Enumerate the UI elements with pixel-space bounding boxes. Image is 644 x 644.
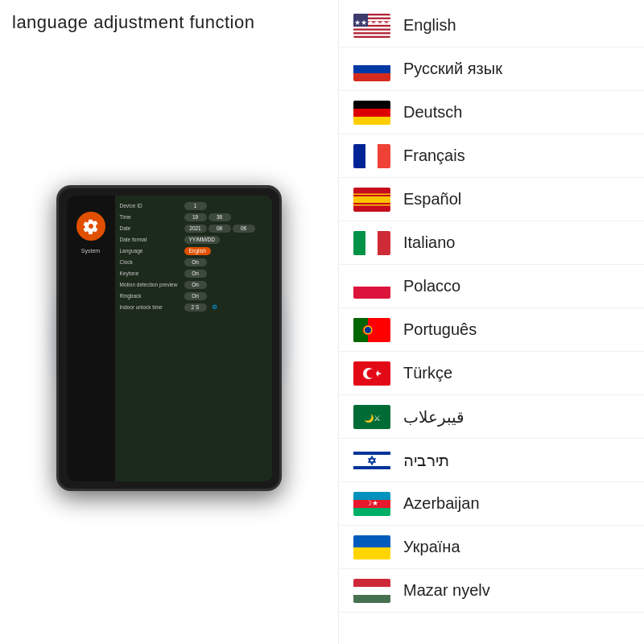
- svg-rect-47: [353, 535, 390, 547]
- language-item-azerbaijan[interactable]: ☽★ Azerbaijan: [339, 482, 644, 526]
- flag-it: [353, 231, 390, 255]
- value-motion: On: [184, 281, 207, 289]
- svg-rect-17: [353, 144, 365, 168]
- label-ringback: Ringback: [120, 293, 184, 299]
- svg-rect-11: [353, 73, 390, 81]
- language-name-english: English: [403, 16, 456, 35]
- language-list-panel: ★★★★★★★★★★★★★★★★★★★★★★★★★★★★★★★★★★★★★★★★…: [338, 0, 644, 644]
- svg-rect-20: [353, 195, 390, 196]
- tablet-row-dateformat: Date format YY/MM/DD: [120, 236, 267, 244]
- language-item-arabic[interactable]: 🌙⚔ قيبرعلاب: [339, 395, 644, 439]
- tablet-content: Device ID 1 Time 19 36 Date 2021 08 06: [115, 196, 272, 481]
- svg-rect-39: [353, 452, 390, 455]
- language-item-ukrainian[interactable]: Україна: [339, 526, 644, 569]
- svg-rect-48: [353, 547, 390, 559]
- svg-rect-51: [353, 595, 390, 603]
- svg-rect-26: [353, 287, 390, 299]
- tablet-row-motion: Motion detection preview On: [120, 281, 267, 289]
- svg-rect-6: [353, 34, 390, 35]
- language-name-mazar: Mazar nyelv: [403, 581, 490, 600]
- tablet-row-deviceid: Device ID 1: [120, 202, 267, 210]
- value-dateformat: YY/MM/DD: [184, 236, 221, 244]
- tablet-screen: System Device ID 1 Time 19 36: [67, 196, 272, 481]
- flag-sa: 🌙⚔: [353, 405, 390, 429]
- value-language: English: [184, 247, 211, 255]
- svg-rect-45: [353, 508, 390, 516]
- gear-icon: [83, 218, 99, 234]
- value-unlock: 2 S: [184, 303, 207, 312]
- label-clock: Clock: [120, 259, 184, 265]
- flag-pt: [353, 318, 390, 342]
- tablet-row-ringback: Ringback On: [120, 292, 267, 300]
- tablet-row-date: Date 2021 08 06: [120, 225, 267, 233]
- svg-rect-25: [353, 275, 390, 287]
- flag-il: [353, 448, 390, 473]
- svg-rect-4: [353, 27, 390, 28]
- value-date-y: 2021: [184, 225, 207, 233]
- value-clock: On: [184, 258, 207, 266]
- flag-fr: [353, 144, 390, 168]
- language-item-spanish[interactable]: Español: [339, 178, 644, 221]
- language-name-turkish: Türkçe: [403, 364, 452, 382]
- flag-ru: [353, 57, 390, 81]
- label-deviceid: Device ID: [120, 203, 184, 208]
- language-item-mazar[interactable]: Mazar nyelv: [339, 569, 644, 613]
- svg-rect-5: [353, 30, 390, 31]
- language-item-french[interactable]: Français: [339, 134, 644, 178]
- svg-rect-14: [353, 117, 390, 125]
- svg-text:★★★★★★★★★★★★★★★★★★★★★★★★★★★★★★: ★★★★★★★★★★★★★★★★★★★★★★★★★★★★★★★★★★★★★★★★…: [354, 19, 390, 27]
- svg-rect-10: [353, 65, 390, 73]
- tablet-sidebar: System: [67, 196, 115, 481]
- tablet-row-time: Time 19 36: [120, 213, 267, 221]
- language-item-polish[interactable]: Polacco: [339, 265, 644, 308]
- value-time-h: 19: [184, 213, 207, 221]
- svg-rect-24: [353, 231, 365, 255]
- svg-rect-21: [353, 203, 390, 204]
- language-name-german: Deutsch: [403, 103, 462, 122]
- svg-rect-40: [353, 466, 390, 469]
- tablet-row-keytone: Keytone On: [120, 270, 267, 278]
- value-deviceid: 1: [184, 202, 207, 210]
- label-unlock: Indoor unlock time: [120, 304, 184, 310]
- value-date-d: 06: [233, 225, 255, 233]
- tablet-row-clock: Clock On: [120, 258, 267, 266]
- svg-text:☽★: ☽★: [365, 499, 378, 507]
- svg-point-30: [365, 327, 371, 333]
- flag-hu: [353, 579, 390, 603]
- language-name-hebrew: תירביה: [403, 451, 449, 470]
- flag-tr: [353, 361, 390, 386]
- svg-text:🌙⚔: 🌙⚔: [364, 413, 381, 423]
- language-item-italian[interactable]: Italiano: [339, 221, 644, 265]
- svg-rect-13: [353, 109, 390, 117]
- page-title: language adjustment function: [12, 12, 254, 33]
- flag-ua: [353, 535, 390, 559]
- language-name-russian: Русский язык: [403, 60, 502, 78]
- value-date-m: 08: [208, 225, 231, 233]
- label-date: Date: [120, 225, 184, 231]
- label-motion: Motion detection preview: [120, 282, 184, 287]
- language-name-ukrainian: Україна: [403, 538, 460, 556]
- language-item-german[interactable]: Deutsch: [339, 91, 644, 134]
- language-item-portuguese[interactable]: Português: [339, 308, 644, 352]
- language-item-english[interactable]: ★★★★★★★★★★★★★★★★★★★★★★★★★★★★★★★★★★★★★★★★…: [339, 4, 644, 47]
- language-name-polish: Polacco: [403, 277, 460, 295]
- language-item-hebrew[interactable]: תירביה: [339, 439, 644, 482]
- label-dateformat: Date format: [120, 237, 184, 242]
- tablet-row-language: Language English: [120, 247, 267, 255]
- device-illustration: System Device ID 1 Time 19 36: [16, 64, 322, 612]
- svg-rect-12: [353, 101, 390, 109]
- language-name-azerbaijan: Azerbaijan: [403, 494, 480, 513]
- flag-us: ★★★★★★★★★★★★★★★★★★★★★★★★★★★★★★★★★★★★★★★★…: [353, 14, 390, 38]
- language-item-russian[interactable]: Русский язык: [339, 47, 644, 91]
- flag-es: [353, 188, 390, 212]
- tablet-row-unlock: Indoor unlock time 2 S ⚙: [120, 303, 267, 312]
- flag-az: ☽★: [353, 492, 390, 516]
- svg-rect-9: [353, 57, 390, 65]
- svg-rect-49: [353, 579, 390, 587]
- value-time-m: 36: [208, 213, 231, 221]
- left-panel: language adjustment function System: [0, 0, 338, 644]
- label-language: Language: [120, 248, 184, 254]
- language-name-french: Français: [403, 147, 465, 165]
- language-item-turkish[interactable]: Türkçe: [339, 352, 644, 395]
- label-time: Time: [120, 214, 184, 220]
